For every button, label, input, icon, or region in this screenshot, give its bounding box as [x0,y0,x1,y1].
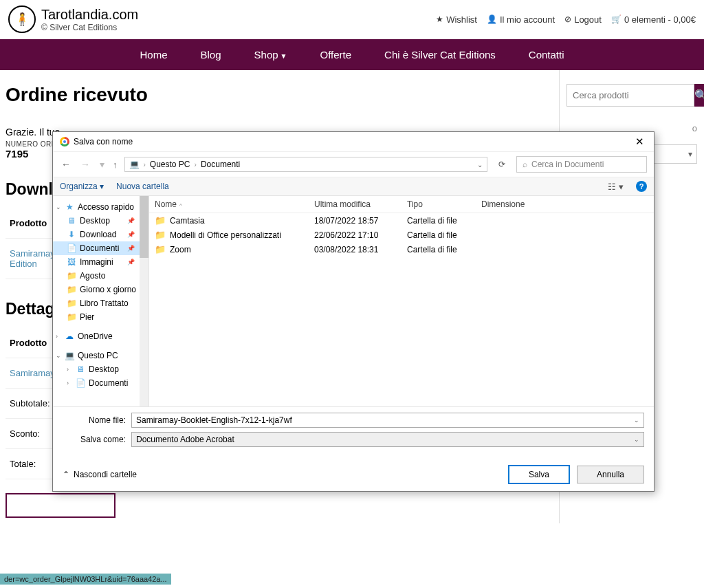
chevron-right-icon: › [144,161,146,168]
folder-tree: ⌄★Accesso rapido 🖥Desktop📌 ⬇Download📌 📄D… [53,196,149,406]
tree-agosto[interactable]: 📁Agosto [53,269,148,283]
chrome-icon [60,137,69,146]
desktop-icon: 🖥 [76,364,85,374]
dialog-toolbar: Organizza ▾ Nuova cartella ☷ ▾ ? [53,177,654,196]
logo-area[interactable]: 🧍 Tarotlandia.com © Silver Cat Editions [8,6,138,33]
tree-download[interactable]: ⬇Download📌 [53,228,148,241]
file-row[interactable]: 📁Zoom 03/08/2022 18:31 Cartella di file [149,242,654,257]
tree-libro[interactable]: 📁Libro Trattato [53,296,148,310]
nav-about[interactable]: Chi è Silver Cat Editions [384,49,496,61]
folder-icon: 📁 [67,271,76,281]
chevron-up-icon: ⌃ [63,470,69,479]
pc-icon: 💻 [129,160,140,169]
tree-pier[interactable]: 📁Pier [53,310,148,324]
up-button[interactable]: ↑ [113,160,118,170]
cart-link[interactable]: 🛒0 elementi - 0,00€ [611,14,696,25]
col-name[interactable]: Nome^ [155,199,314,209]
dialog-titlebar: Salva con nome ✕ [53,132,654,152]
sort-indicator: ^ [179,202,182,208]
search-icon: ⌕ [522,160,527,169]
dialog-title: Salva con nome [74,137,632,146]
tree-giorno[interactable]: 📁Giorno x giorno [53,283,148,296]
star-icon: ★ [436,14,443,24]
recent-dropdown[interactable]: ▾ [98,159,106,170]
file-row[interactable]: 📁Camtasia 18/07/2022 18:57 Cartella di f… [149,213,654,228]
search-button[interactable]: 🔍 [694,84,704,107]
save-button[interactable]: Salva [508,465,570,484]
tree-scrollbar[interactable] [140,196,148,406]
file-row[interactable]: 📁Modelli di Office personalizzati 22/06/… [149,228,654,242]
tree-thispc[interactable]: ⌄💻Questo PC [53,349,148,362]
tree-pc-documents[interactable]: ›📄Documenti [53,376,148,390]
document-icon: 📄 [67,243,76,253]
refresh-button[interactable]: ⟳ [494,157,509,171]
filename-label: Nome file: [63,415,131,425]
chevron-down-icon: ▾ [100,182,104,191]
page-title: Ordine ricevuto [6,84,553,106]
chevron-down-icon: ⌄ [56,352,61,359]
product-link[interactable]: Samiramay [10,368,55,378]
file-list-header: Nome^ Ultima modifica Tipo Dimensione [149,196,654,213]
desktop-icon: 🖥 [67,216,76,226]
dialog-bottom: Nome file: Samiramay-Booklet-English-7x1… [53,406,654,458]
pin-icon: 📌 [127,259,135,265]
tree-images[interactable]: 🖼Immagini📌 [53,255,148,269]
download-link[interactable]: SamiramayEdition [10,248,55,269]
breadcrumb[interactable]: 💻 › Questo PC › Documenti ⌄ [124,157,488,172]
search-input[interactable] [566,84,694,107]
chevron-right-icon: › [67,366,72,373]
tree-desktop[interactable]: 🖥Desktop📌 [53,214,148,228]
folder-icon: 📁 [155,230,166,240]
folder-icon: 📁 [67,312,76,322]
new-folder-button[interactable]: Nuova cartella [116,182,169,191]
site-name: Tarotlandia.com [41,7,138,23]
nav-offers[interactable]: Offerte [320,49,351,61]
folder-icon: 📁 [155,215,166,226]
tree-documents[interactable]: 📄Documenti📌 [53,241,148,255]
nav-contact[interactable]: Contatti [529,49,564,61]
dialog-search[interactable]: ⌕Cerca in Documenti [516,156,647,173]
file-list-area: Nome^ Ultima modifica Tipo Dimensione 📁C… [149,196,654,406]
action-button[interactable] [6,493,116,518]
cloud-icon: ☁ [65,331,74,341]
back-button[interactable]: ← [60,159,72,170]
hide-folders-toggle[interactable]: ⌃Nascondi cartelle [63,470,137,479]
logout-icon: ⊘ [564,14,571,24]
saveas-select[interactable]: Documento Adobe Acrobat⌄ [131,432,644,447]
cart-icon: 🛒 [611,14,622,24]
account-link[interactable]: 👤Il mio account [487,14,555,25]
breadcrumb-pc[interactable]: Questo PC [150,160,190,169]
saveas-label: Salva come: [63,435,131,444]
nav-blog[interactable]: Blog [201,49,221,61]
tree-quick-access[interactable]: ⌄★Accesso rapido [53,200,148,214]
folder-icon: 📁 [67,285,76,294]
tree-pc-desktop[interactable]: ›🖥Desktop [53,362,148,376]
logout-link[interactable]: ⊘Logout [564,14,602,25]
pin-icon: 📌 [127,231,135,238]
folder-icon: 📁 [155,244,166,254]
close-button[interactable]: ✕ [632,135,647,148]
col-type[interactable]: Tipo [407,199,481,209]
chevron-down-icon: ⌄ [634,417,639,424]
logo-icon: 🧍 [8,6,36,33]
pin-icon: 📌 [127,217,135,224]
chevron-down-icon: ⌄ [56,204,61,210]
chevron-right-icon: › [67,380,72,386]
breadcrumb-dropdown[interactable]: ⌄ [477,161,483,168]
help-icon[interactable]: ? [636,181,647,192]
col-modified[interactable]: Ultima modifica [314,199,407,209]
folder-icon: 📁 [67,298,76,308]
site-header: 🧍 Tarotlandia.com © Silver Cat Editions … [0,0,704,39]
wishlist-link[interactable]: ★Wishlist [436,14,477,25]
forward-button[interactable]: → [79,159,91,170]
view-options[interactable]: ☷ ▾ [608,182,624,192]
image-icon: 🖼 [67,257,76,267]
nav-home[interactable]: Home [140,49,167,61]
breadcrumb-folder[interactable]: Documenti [201,160,240,169]
organize-menu[interactable]: Organizza ▾ [60,182,104,191]
col-size[interactable]: Dimensione [481,199,536,209]
filename-input[interactable]: Samiramay-Booklet-English-7x12-1-kja7wf⌄ [131,413,644,428]
tree-onedrive[interactable]: ›☁OneDrive [53,329,148,343]
nav-shop[interactable]: Shop▼ [254,49,287,61]
cancel-button[interactable]: Annulla [577,466,644,483]
